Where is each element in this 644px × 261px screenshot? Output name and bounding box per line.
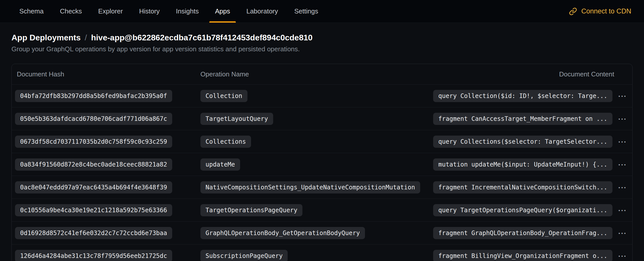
operation-name: GraphQLOperationBody_GetOperationBodyQue… (200, 227, 365, 239)
row-menu-button[interactable]: ⋯ (616, 136, 628, 148)
connect-to-cdn-button[interactable]: Connect to CDN (567, 0, 633, 23)
table-row: 04bfa72dfb83b297dd8a5b6fed9bafac2b395a0f… (12, 84, 632, 107)
document-content: fragment BillingView_OrganizationFragmen… (433, 250, 612, 261)
link-icon (569, 7, 577, 15)
operation-name: NativeCompositionSettings_UpdateNativeCo… (200, 181, 420, 193)
table-row: 0673df58cd7037117035b2d0c758f59c0c93c259… (12, 130, 632, 153)
nav-item-laboratory[interactable]: Laboratory (240, 0, 285, 23)
row-menu-button[interactable]: ⋯ (616, 227, 628, 239)
document-content: query TargetOperationsPageQuery($organiz… (433, 204, 612, 216)
document-hash: 0a834f91560d872e8c4bec0ade18ceec88821a82 (15, 158, 172, 171)
document-content: query Collections($selector: TargetSelec… (433, 136, 612, 148)
column-header-document-content: Document Content (559, 70, 614, 78)
connect-to-cdn-label: Connect to CDN (581, 7, 631, 15)
operation-name: Collections (200, 136, 251, 148)
document-content: query Collection($id: ID!, $selector: Ta… (433, 90, 612, 102)
operation-name: TargetLayoutQuery (200, 113, 273, 125)
row-menu-button[interactable]: ⋯ (616, 204, 628, 216)
operation-name: updateMe (200, 158, 240, 171)
nav-item-history[interactable]: History (133, 0, 166, 23)
document-hash: 0ac8e047eddd97a97eac6435a4b694f4e3648f39 (15, 181, 172, 193)
document-hash: 050e5b363dafdcacd6780e706cadf771d06a867c (15, 113, 172, 125)
top-nav: Schema Checks Explorer History Insights … (0, 0, 644, 23)
column-header-operation-name: Operation Name (200, 70, 559, 78)
app-deployment-page: App Deployments / hive-app@b622862ecdba7… (0, 23, 644, 261)
nav-item-apps[interactable]: Apps (208, 0, 237, 23)
operation-name: Collection (200, 90, 247, 102)
row-menu-button[interactable]: ⋯ (616, 158, 628, 171)
operation-name: TargetOperationsPageQuery (200, 204, 302, 216)
document-hash: 04bfa72dfb83b297dd8a5b6fed9bafac2b395a0f (15, 90, 172, 102)
column-header-document-hash: Document Hash (17, 70, 200, 78)
breadcrumb-separator: / (85, 32, 87, 43)
document-content: fragment IncrementalNativeCompositionSwi… (433, 181, 612, 193)
table-row: 126d46a4284abe31c13c78f7959d56eeb21725dc… (12, 244, 632, 261)
document-content: fragment CanAccessTarget_MemberFragment … (433, 113, 612, 125)
document-content: mutation updateMe($input: UpdateMeInput!… (433, 158, 612, 171)
document-hash: 0c10556a9be4ca30e19e21c1218a592b75e63366 (15, 204, 172, 216)
table-row: 0ac8e047eddd97a97eac6435a4b694f4e3648f39… (12, 176, 632, 199)
table-row: 050e5b363dafdcacd6780e706cadf771d06a867c… (12, 107, 632, 130)
breadcrumb-section[interactable]: App Deployments (11, 32, 81, 43)
nav-item-checks[interactable]: Checks (53, 0, 89, 23)
document-hash: 126d46a4284abe31c13c78f7959d56eeb21725dc (15, 250, 172, 261)
row-menu-button[interactable]: ⋯ (616, 250, 628, 261)
breadcrumb: App Deployments / hive-app@b622862ecdba7… (11, 32, 633, 43)
nav-item-explorer[interactable]: Explorer (92, 0, 129, 23)
breadcrumb-app-id: hive-app@b622862ecdba7c61b78f412453def89… (91, 32, 313, 43)
table-row: 0a834f91560d872e8c4bec0ade18ceec88821a82… (12, 153, 632, 176)
table-header: Document Hash Operation Name Document Co… (12, 64, 632, 84)
document-hash: 0d16928d8572c41ef6e032d2c7c72ccbd6e73baa (15, 227, 172, 239)
page-subtitle: Group your GraphQL operations by app ver… (11, 45, 633, 53)
table-row: 0c10556a9be4ca30e19e21c1218a592b75e63366… (12, 199, 632, 221)
deployments-table: Document Hash Operation Name Document Co… (11, 64, 633, 261)
document-content: fragment GraphQLOperationBody_OperationF… (433, 227, 612, 239)
document-hash: 0673df58cd7037117035b2d0c758f59c0c93c259 (15, 136, 172, 148)
row-menu-button[interactable]: ⋯ (616, 90, 628, 102)
operation-name: SubscriptionPageQuery (200, 250, 288, 261)
nav-item-insights[interactable]: Insights (169, 0, 206, 23)
nav-item-schema[interactable]: Schema (13, 0, 50, 23)
nav-item-settings[interactable]: Settings (288, 0, 325, 23)
row-menu-button[interactable]: ⋯ (616, 181, 628, 193)
row-menu-button[interactable]: ⋯ (616, 113, 628, 125)
table-row: 0d16928d8572c41ef6e032d2c7c72ccbd6e73baa… (12, 221, 632, 244)
